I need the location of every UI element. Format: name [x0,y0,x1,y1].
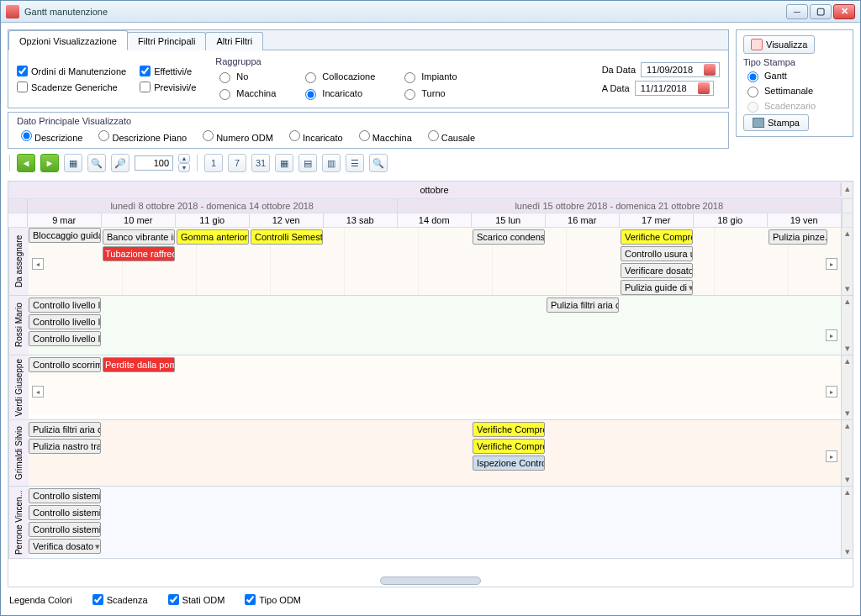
task[interactable]: Controllo livello li [29,297,101,313]
radio-no[interactable] [219,72,230,83]
radio-ts-gantt[interactable] [747,71,758,82]
zoom-down[interactable]: ▼ [178,163,190,172]
task[interactable]: Controllo usura u [621,246,693,261]
scroll-left-button[interactable]: ◂ [32,386,44,398]
lbl-adata: A Data [602,83,630,93]
group-grimaldi: Grimaldi Silvio [8,420,29,486]
task[interactable]: Scarico condensa [473,229,545,245]
chk-previsivi[interactable] [140,82,151,92]
zoom-in-button[interactable]: 🔍 [87,154,106,172]
zoom-up[interactable]: ▲ [178,154,190,163]
radio-turno[interactable] [404,89,415,100]
task[interactable]: Verifiche Compre [473,422,545,437]
tipostampa-title: Tipo Stampa [743,57,846,67]
task[interactable]: Verifiche Compre [473,439,545,454]
tab-opzioni[interactable]: Opzioni Visualizzazione [8,30,128,50]
minimize-button[interactable]: ─ [786,4,808,19]
task[interactable]: Banco vibrante in [103,229,175,245]
task[interactable]: Pulizia filtri aria c [29,422,101,437]
zoom-out-button[interactable]: 🔎 [111,154,129,172]
input-adata[interactable] [639,82,698,94]
visualizza-button[interactable]: Visualizza [743,35,815,54]
scroll-left-button[interactable]: ◂ [32,258,44,270]
radio-descrizione[interactable] [21,130,32,141]
nav-prev-button[interactable]: ◄ [17,154,35,172]
scroll-right-button[interactable]: ▸ [826,386,837,398]
radio-incaricato[interactable] [305,89,316,100]
chk-ordini[interactable] [17,66,28,76]
maximize-button[interactable]: ▢ [810,4,832,19]
task-dropdown-icon[interactable]: ▾ [93,541,101,552]
scroll-right-button[interactable]: ▸ [826,258,837,270]
task[interactable]: Pulizia nastro tra [29,439,101,454]
task[interactable]: Bloccaggio guida a [29,228,101,243]
scroll-right-button[interactable]: ▸ [826,329,837,341]
task[interactable]: Tubazione raffrecc [103,246,175,261]
radio-causale[interactable] [428,130,439,141]
task[interactable]: Controllo sistemi [29,505,101,520]
find-button[interactable]: 🔍 [369,154,388,172]
stampa-button[interactable]: Stampa [743,114,809,131]
task[interactable]: Perdite dalla pom [103,357,175,372]
tab-filtri-principali[interactable]: Filtri Principali [127,32,206,50]
input-dadata[interactable] [645,64,704,76]
chk-leg-tipo[interactable] [245,594,256,605]
scroll-right-button[interactable]: ▸ [826,450,837,462]
task[interactable]: Controllo livello li [29,331,101,346]
task[interactable]: Controllo livello li [29,314,101,329]
task[interactable]: Pulizia guide di▾ [621,280,693,295]
chk-effettivi[interactable] [140,66,151,76]
radio-macchina2[interactable] [359,130,370,141]
view-week-button[interactable]: 7 [228,154,246,172]
gantt-hscroll[interactable] [8,575,853,587]
view-month-button[interactable]: 31 [251,154,270,172]
task[interactable]: Pulizia pinze. [769,229,827,245]
view-grid2-button[interactable]: ▥ [322,154,341,172]
view-list-button[interactable]: ☰ [346,154,364,172]
task[interactable]: Controllo sistemi [29,488,101,503]
raggruppa-title: Raggruppa [215,56,457,66]
view-day-button[interactable]: 1 [204,154,223,172]
window-title: Gantt manutenzione [24,7,786,17]
task[interactable]: Controlli Semestr [251,229,323,245]
tab-altri-filtri[interactable]: Altri Filtri [205,32,263,50]
hdr-day: 18 gio [694,213,768,227]
today-button[interactable]: ▦ [64,154,82,172]
chk-scadenze[interactable] [17,82,28,92]
print-panel: Visualizza Tipo Stampa Gantt Settimanale… [736,29,853,137]
hdr-month: ottobre [29,183,841,197]
view-cal-button[interactable]: ▦ [275,154,293,172]
task[interactable]: Verifiche Compre [621,229,693,245]
calendar-icon[interactable] [704,64,716,76]
hdr-day: 9 mar [28,213,102,227]
radio-descpiano[interactable] [98,130,109,141]
task[interactable]: Controllo sistemi [29,522,101,537]
hdr-day: 19 ven [768,213,842,227]
row-scroll-down[interactable]: ▾ [842,283,853,295]
vscroll-up[interactable]: ▴ [841,183,853,197]
calendar-icon[interactable] [698,82,710,94]
radio-macchina[interactable] [219,89,230,100]
task[interactable]: Gomma anteriore [177,229,249,245]
radio-impianto[interactable] [404,72,415,83]
close-button[interactable]: ✕ [833,4,855,19]
radio-ts-settimanale[interactable] [747,87,758,97]
zoom-input[interactable] [135,155,173,171]
radio-ts-scadenzario [747,102,758,113]
task[interactable]: Controllo scorrim [29,357,101,372]
task[interactable]: Verifica dosato▾ [29,539,101,554]
radio-numodm[interactable] [203,130,214,141]
legend-title: Legenda Colori [9,595,72,605]
view-grid1-button[interactable]: ▤ [298,154,317,172]
nav-next-button[interactable]: ► [40,154,59,172]
radio-incaricato2[interactable] [289,130,300,141]
chk-leg-stati[interactable] [168,594,179,605]
task[interactable]: Pulizia filtri aria c [547,297,619,313]
chk-leg-scadenza[interactable] [92,594,103,605]
row-scroll-up[interactable]: ▴ [842,228,853,240]
radio-collocazione[interactable] [305,72,316,83]
task-dropdown-icon[interactable]: ▾ [687,282,693,293]
task[interactable]: Ispezione Contro [473,455,545,471]
task[interactable]: Verificare dosato [621,263,693,278]
hdr-day: 12 ven [250,213,324,227]
